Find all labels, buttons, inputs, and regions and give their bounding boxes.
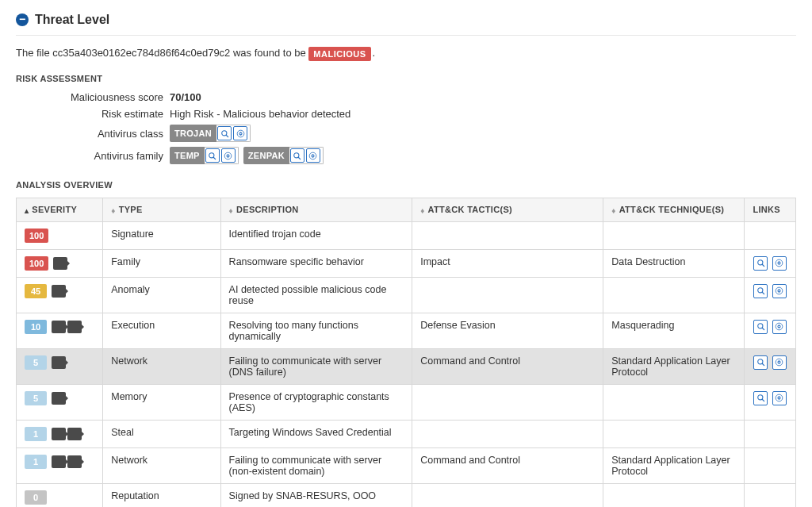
cell-severity: 45: [17, 277, 103, 313]
cell-links: [745, 384, 796, 420]
os-icons: [52, 356, 66, 369]
cell-tactics: Defense Evasion: [412, 313, 603, 348]
verdict-prefix: The file: [16, 47, 52, 59]
sort-icon: ♦: [229, 206, 233, 215]
sort-asc-icon: ▴: [25, 206, 29, 215]
cell-tactics: [412, 483, 603, 507]
tag: TROJAN: [170, 125, 251, 142]
av-class-label: Antivirus class: [35, 128, 170, 140]
cell-description: Failing to communicate with server (DNS …: [220, 348, 412, 384]
table-row[interactable]: 1 Steal Targeting Windows Saved Credenti…: [17, 420, 796, 447]
cell-description: Ransomware specific behavior: [220, 249, 412, 277]
cell-techniques: Standard Application Layer Protocol: [603, 447, 745, 483]
link-icon[interactable]: [772, 256, 787, 271]
search-icon[interactable]: [753, 355, 768, 370]
table-row[interactable]: 5 Memory Presence of cryptographic const…: [17, 384, 796, 420]
tag-label: ZENPAK: [243, 151, 289, 160]
col-type-label: TYPE: [119, 205, 143, 214]
severity-badge: 45: [25, 284, 47, 298]
link-icon[interactable]: [233, 126, 247, 140]
col-severity-label: SEVERITY: [32, 205, 77, 214]
os-icons: [52, 285, 66, 298]
verdict-line: The file cc35a403e0162ec784d86f64c0ed79c…: [16, 47, 796, 61]
cell-tactics: Command and Control: [412, 348, 603, 384]
os-icons: [53, 257, 67, 270]
cell-links: [745, 483, 796, 507]
severity-badge: 0: [25, 490, 47, 505]
cell-techniques: Masquerading: [603, 313, 745, 348]
search-icon[interactable]: [205, 148, 220, 163]
risk-score-value: 70/100: [170, 91, 796, 103]
link-icon[interactable]: [772, 284, 787, 298]
cell-severity: 1: [17, 447, 103, 483]
cell-description: Signed by SNAB-RESURS, OOO: [220, 483, 412, 507]
search-icon[interactable]: [753, 320, 768, 334]
cell-type: Steal: [103, 420, 220, 447]
search-icon[interactable]: [290, 148, 304, 163]
risk-score-label: Maliciousness score: [35, 91, 170, 103]
cell-links: [745, 348, 796, 384]
cell-links: [745, 249, 796, 277]
cell-description: Presence of cryptographic constants (AES…: [220, 384, 412, 420]
search-icon[interactable]: [753, 284, 768, 298]
os-tag-icon: [52, 356, 66, 369]
col-tactics[interactable]: ♦ATT&CK TACTIC(S): [412, 198, 603, 222]
table-row[interactable]: 1 Network Failing to communicate with se…: [17, 447, 796, 483]
verdict-badge: MALICIOUS: [308, 47, 370, 61]
av-family-value: TEMP ZENPAK: [170, 147, 796, 164]
cell-links: [745, 221, 796, 249]
os-tag-icon: [52, 428, 66, 440]
table-row[interactable]: 10 Execution Resolving too many function…: [17, 313, 796, 348]
risk-heading: RISK ASSESSMENT: [16, 74, 796, 83]
cell-severity: 5: [17, 384, 103, 420]
search-icon[interactable]: [217, 126, 232, 140]
table-row[interactable]: 100 Family Ransomware specific behavior …: [17, 249, 796, 277]
table-row[interactable]: 5 Network Failing to communicate with se…: [17, 348, 796, 384]
tag-label: TROJAN: [170, 129, 216, 138]
os-tag-icon: [52, 321, 66, 333]
sort-icon: ♦: [420, 206, 424, 215]
table-row[interactable]: 0 Reputation Signed by SNAB-RESURS, OOO: [17, 483, 796, 507]
cell-type: Signature: [103, 221, 220, 249]
analysis-table: ▴SEVERITY ♦TYPE ♦DESCRIPTION ♦ATT&CK TAC…: [16, 198, 796, 507]
cell-type: Family: [103, 249, 220, 277]
col-techniques[interactable]: ♦ATT&CK TECHNIQUE(S): [603, 198, 745, 222]
link-icon[interactable]: [772, 320, 787, 334]
cell-tactics: Impact: [412, 249, 603, 277]
col-type[interactable]: ♦TYPE: [103, 198, 220, 222]
cell-type: Anomaly: [103, 277, 220, 313]
table-row[interactable]: 45 Anomaly AI detected possible maliciou…: [17, 277, 796, 313]
collapse-toggle[interactable]: −: [16, 13, 29, 26]
verdict-middle: was found to be: [230, 47, 308, 59]
link-icon[interactable]: [221, 148, 236, 163]
col-description[interactable]: ♦DESCRIPTION: [220, 198, 412, 222]
os-icons: [52, 321, 82, 333]
search-icon[interactable]: [753, 256, 768, 271]
col-severity[interactable]: ▴SEVERITY: [17, 198, 103, 222]
os-tag-icon: [67, 321, 82, 333]
tag-actions: [289, 147, 324, 164]
overview-heading: ANALYSIS OVERVIEW: [16, 180, 796, 190]
risk-estimate-value: High Risk - Malicious behavior detected: [170, 108, 796, 120]
cell-severity: 0: [17, 483, 103, 507]
table-row[interactable]: 100 Signature Identified trojan code: [17, 221, 796, 249]
cell-description: Identified trojan code: [220, 221, 412, 249]
cell-techniques: [603, 221, 745, 249]
col-tactics-label: ATT&CK TACTIC(S): [428, 205, 512, 214]
col-links: LINKS: [745, 198, 796, 222]
os-tag-icon: [52, 392, 66, 405]
cell-description: Targeting Windows Saved Credential: [220, 420, 412, 447]
link-icon[interactable]: [772, 355, 787, 370]
col-links-label: LINKS: [753, 205, 780, 214]
cell-type: Execution: [103, 313, 220, 348]
link-icon[interactable]: [306, 148, 320, 163]
cell-techniques: [603, 483, 745, 507]
section-header: − Threat Level: [16, 13, 796, 36]
link-icon[interactable]: [772, 391, 787, 405]
severity-badge: 100: [25, 256, 48, 271]
os-icons: [52, 455, 82, 468]
cell-severity: 100: [17, 249, 103, 277]
cell-links: [745, 313, 796, 348]
tag-actions: [216, 125, 251, 142]
search-icon[interactable]: [753, 391, 768, 405]
